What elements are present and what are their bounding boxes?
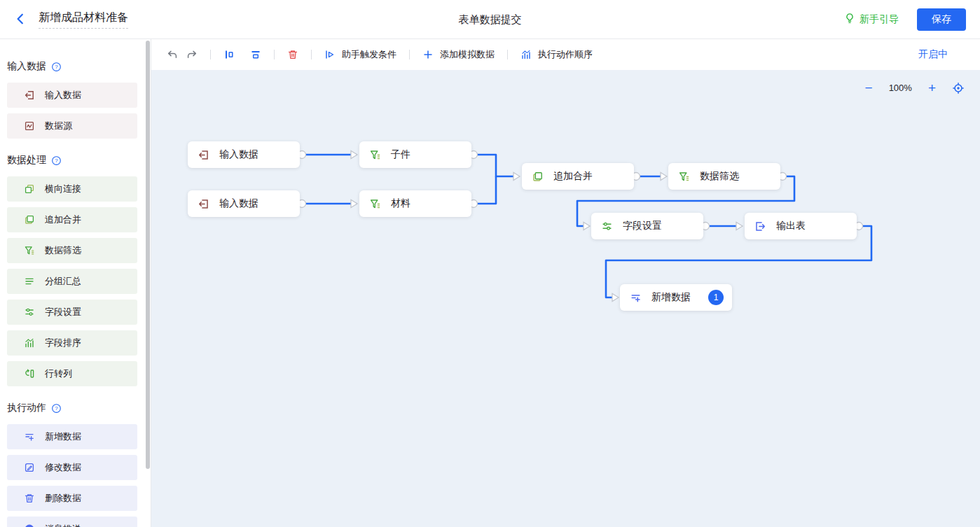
sidebar-item[interactable]: 行转列 [7,361,137,386]
connection-arrow [661,173,667,181]
node-label: 输出表 [776,220,806,232]
workflow-node[interactable]: 输入数据 [188,190,300,217]
save-button[interactable]: 保存 [917,8,966,31]
sidebar-item-label: 行转列 [45,367,72,380]
connection-arrow [351,200,357,208]
redo-icon [186,49,198,60]
sidebar-item-label: 分组汇总 [45,275,81,288]
message-push-icon [24,524,35,527]
data-source-icon [24,120,35,132]
zoom-out-button[interactable]: − [865,81,873,94]
sidebar-item[interactable]: 新增数据 [7,424,137,449]
delete-button[interactable] [283,45,303,64]
sidebar-item-label: 追加合并 [45,213,81,226]
workflow-node[interactable]: 子件 [359,141,471,168]
connection-line[interactable] [474,155,518,176]
sidebar-item[interactable]: 追加合并 [7,207,137,232]
align-vertical-button[interactable] [246,45,265,64]
append-merge-icon [532,171,544,183]
add-data-icon [24,431,35,442]
zoom-controls: − 100% + [865,81,965,94]
back-button[interactable] [14,13,28,27]
filter-icon [369,198,381,210]
svg-text:?: ? [55,405,58,412]
sidebar-item-label: 修改数据 [45,461,81,474]
connection-arrow [736,223,743,230]
delete-data-icon [24,493,35,504]
trigger-condition-button[interactable]: 助手触发条件 [320,45,401,64]
workflow-node[interactable]: 输入数据 [188,141,300,168]
sidebar-scrollbar[interactable] [146,41,150,469]
plus-icon [422,49,434,60]
connection-line[interactable] [474,176,496,204]
sidebar-item-label: 字段排序 [45,337,81,349]
workflow-editor-app: 新增成品材料准备 表单数据提交 新手引导 保存 输入数据?输入数据数据源数据处理… [0,0,980,527]
workflow-node[interactable]: 材料 [359,190,471,217]
workflow-status[interactable]: 开启中 [918,48,948,61]
svg-text:?: ? [55,64,58,70]
bulb-icon [844,13,855,26]
group-summary-icon [24,276,35,287]
sidebar-item[interactable]: 横向连接 [7,176,137,202]
connections-layer [151,70,979,527]
add-mock-data-button[interactable]: 添加模拟数据 [418,45,499,64]
node-label: 输入数据 [219,197,258,210]
sidebar-section-title: 执行动作? [7,402,151,414]
toolbar-divider [409,50,410,59]
workflow-canvas[interactable]: 输入数据子件输入数据材料追加合并数据筛选字段设置输出表新增数据1 − 100% … [151,70,980,527]
node-palette-sidebar: 输入数据?输入数据数据源数据处理?横向连接追加合并数据筛选分组汇总字段设置字段排… [0,39,151,527]
toolbar-divider [311,50,312,59]
sidebar-item[interactable]: 删除数据 [7,486,137,511]
join-icon [24,183,35,195]
undo-button[interactable] [163,45,182,64]
sidebar-item[interactable]: 消息推送 [7,517,137,527]
output-table-icon [754,220,766,232]
sidebar-item-label: 新增数据 [45,430,81,443]
workflow-node[interactable]: 字段设置 [591,213,703,239]
sidebar-item[interactable]: 数据源 [7,113,137,139]
sidebar-item-label: 字段设置 [45,306,81,318]
node-label: 子件 [391,148,410,161]
zoom-in-button[interactable]: + [928,81,936,94]
action-order-label: 执行动作顺序 [538,48,593,61]
input-data-icon [198,198,209,210]
sidebar-item[interactable]: 分组汇总 [7,269,137,294]
sidebar-item[interactable]: 数据筛选 [7,238,137,263]
toolbar-divider [274,50,275,59]
sidebar-item[interactable]: 字段设置 [7,300,137,325]
sidebar-item-label: 输入数据 [45,89,81,101]
sidebar-item[interactable]: 输入数据 [7,83,137,108]
trash-icon [287,49,298,60]
filter-icon [369,149,381,161]
svg-text:?: ? [55,157,58,164]
align-vertical-icon [250,49,261,60]
question-circle-icon[interactable]: ? [51,403,62,414]
filter-icon [678,171,690,183]
beginner-guide-link[interactable]: 新手引导 [844,13,899,26]
workflow-title[interactable]: 新增成品材料准备 [39,10,128,29]
align-horizontal-button[interactable] [219,45,239,64]
filter-icon [24,245,35,256]
question-circle-icon[interactable]: ? [51,155,62,166]
toolbar-divider [507,50,508,59]
workflow-node[interactable]: 追加合并 [522,163,634,190]
undo-icon [167,49,178,60]
sidebar-item[interactable]: 修改数据 [7,455,137,480]
field-sort-icon [24,337,35,349]
node-label: 材料 [391,197,410,210]
node-badge: 1 [708,290,724,305]
append-merge-icon [24,214,35,225]
node-label: 字段设置 [623,220,662,232]
top-bar-right: 新手引导 保存 [844,8,966,31]
align-horizontal-icon [223,49,235,60]
locate-icon[interactable] [952,82,965,94]
sidebar-item-label: 删除数据 [45,492,81,505]
question-circle-icon[interactable]: ? [51,62,62,72]
node-label: 输入数据 [219,148,258,161]
workflow-node[interactable]: 数据筛选 [668,163,780,190]
redo-button[interactable] [182,45,202,64]
action-order-button[interactable]: 执行动作顺序 [516,45,597,64]
workflow-node[interactable]: 输出表 [745,213,857,239]
workflow-node[interactable]: 新增数据1 [620,284,732,311]
sidebar-item[interactable]: 字段排序 [7,330,137,356]
